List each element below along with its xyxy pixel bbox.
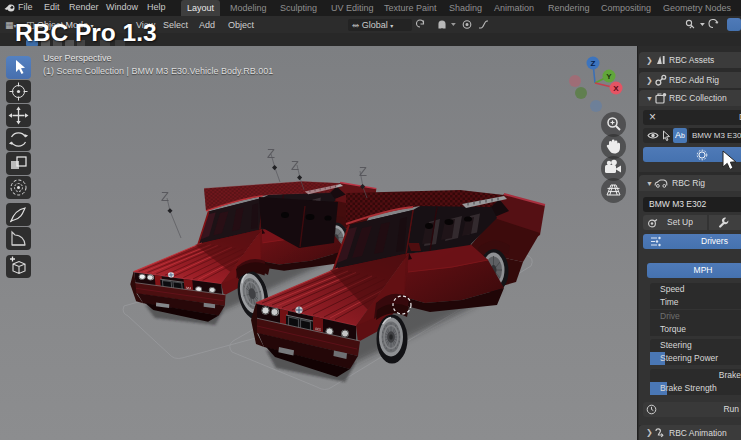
svg-text:Z: Z — [291, 158, 299, 173]
svg-text:Z: Z — [591, 59, 596, 68]
svg-text:Z: Z — [267, 146, 275, 161]
svg-text:X: X — [613, 84, 619, 93]
svg-text:Y: Y — [606, 72, 612, 81]
